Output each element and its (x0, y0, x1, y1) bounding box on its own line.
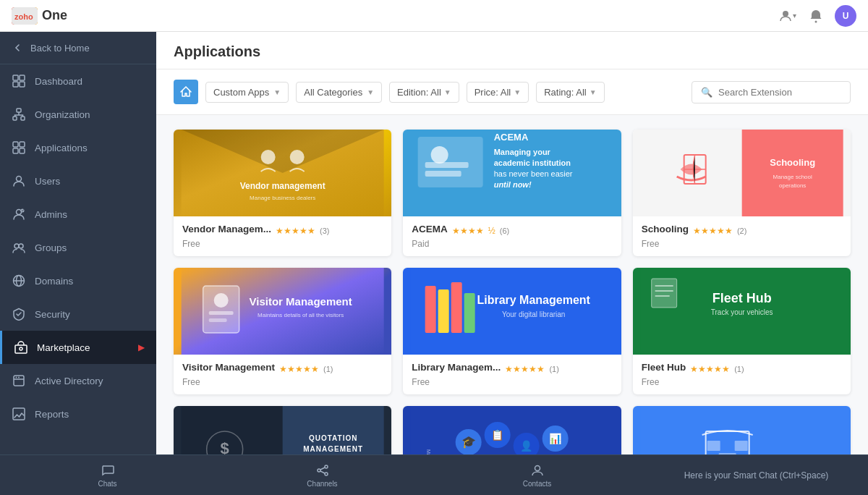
sidebar-item-groups[interactable]: Groups (0, 231, 156, 264)
svg-text:ACEMA: ACEMA (494, 132, 529, 143)
zoho-logo: zoho (12, 7, 38, 25)
card-vendor-price: Free (182, 239, 383, 249)
svg-text:👤: 👤 (520, 440, 533, 452)
search-extension-box[interactable]: 🔍 (692, 81, 851, 103)
card-schooling-info: Schooling ★★★★★ (2) Free (633, 216, 851, 256)
back-to-home-button[interactable]: Back to Home (0, 32, 156, 64)
card-quotation-management[interactable]: $ QUOTATION MANAGEMENT Process quote req… (174, 406, 391, 454)
bottom-chats-button[interactable]: Chats (0, 459, 215, 492)
card-library-meta: Library Managem... ★★★★★ (1) (412, 362, 612, 376)
sidebar-reports-label: Reports (35, 409, 145, 420)
sidebar-item-dashboard[interactable]: Dashboard (0, 64, 156, 98)
bottom-channels-button[interactable]: Channels (215, 459, 430, 492)
svg-point-3 (815, 20, 817, 22)
svg-point-31 (290, 150, 305, 164)
card-library-image: Library Management Your digital libraria… (403, 268, 621, 355)
card-acema-title: ACEMA (412, 224, 448, 234)
svg-rect-61 (464, 293, 475, 333)
app-title: One (42, 8, 67, 23)
svg-point-18 (14, 244, 19, 248)
card-fleet-stars: ★★★★★ (690, 364, 730, 374)
custom-apps-label: Custom Apps (213, 87, 269, 98)
card-higher-education[interactable]: Higher Education Management 🎓 📋 👤 📊 High… (403, 406, 621, 454)
svg-text:has never been easier: has never been easier (494, 169, 573, 178)
svg-rect-45 (741, 130, 843, 216)
card-fleet-hub[interactable]: Fleet Hub Track your vehicles Fleet Hub … (633, 268, 851, 394)
card-vendor-title: Vendor Managem... (182, 224, 271, 234)
card-schooling-meta: Schooling ★★★★★ (2) (642, 224, 842, 237)
sidebar-item-admins[interactable]: Admins (0, 198, 156, 231)
card-schooling[interactable]: Schooling Manage school operations Schoo… (633, 130, 851, 256)
sidebar: Back to Home Dashboard (0, 32, 156, 454)
sidebar-marketplace-label: Marketplace (37, 342, 129, 353)
sidebar-item-domains[interactable]: Domains (0, 264, 156, 297)
sidebar-security-label: Security (35, 309, 145, 320)
contacts-label: Contacts (523, 480, 551, 488)
svg-text:QUOTATION: QUOTATION (309, 434, 358, 442)
card-visitor-stars: ★★★★★ (279, 364, 319, 374)
svg-rect-8 (17, 109, 21, 112)
card-acema-info: ACEMA ★★★★½ (6) Paid (403, 216, 621, 256)
card-library-management[interactable]: Library Management Your digital libraria… (403, 268, 621, 394)
card-vendor-stars: ★★★★★ (276, 226, 315, 236)
rating-filter[interactable]: Rating: All ▼ (536, 82, 604, 103)
sidebar-item-organization[interactable]: Organization (0, 98, 156, 131)
logo-area: zoho One (12, 7, 67, 25)
card-fleet-count: (1) (734, 365, 744, 373)
card-acema-meta: ACEMA ★★★★½ (6) (412, 224, 612, 237)
svg-point-93 (318, 469, 320, 472)
all-categories-dropdown[interactable]: All Categories ▼ (296, 82, 382, 103)
card-fleet-price: Free (642, 377, 842, 387)
user-dropdown-button[interactable]: ▾ (777, 6, 797, 26)
sidebar-item-reports[interactable]: Reports (0, 397, 156, 431)
sidebar-item-security[interactable]: Security (0, 297, 156, 331)
svg-text:Schooling: Schooling (770, 157, 815, 168)
home-filter-button[interactable] (174, 80, 198, 104)
bottombar: Chats Channels Contacts Here is your Sma… (0, 454, 868, 495)
sidebar-item-users[interactable]: Users (0, 164, 156, 198)
organization-icon (12, 107, 26, 122)
svg-text:Library Management: Library Management (477, 294, 591, 306)
card-fleet-info: Fleet Hub ★★★★★ (1) Free (633, 355, 851, 394)
bottom-contacts-button[interactable]: Contacts (430, 459, 644, 492)
card-vendor-management[interactable]: Vendor management Manage business dealer… (174, 130, 391, 256)
sidebar-active-directory-label: Active Directory (35, 376, 145, 386)
topbar: zoho One ▾ U (0, 0, 868, 32)
sidebar-item-active-directory[interactable]: Active Directory (0, 364, 156, 397)
card-franchise-management[interactable]: FRANCHISE MANAGEMENT Streamline network … (633, 406, 851, 454)
search-icon: 🔍 (701, 87, 712, 98)
card-acema[interactable]: Managing your academic institution has n… (403, 130, 621, 256)
main-layout: Back to Home Dashboard (0, 32, 868, 454)
chats-label: Chats (98, 480, 116, 488)
sidebar-item-applications[interactable]: Applications (0, 131, 156, 164)
sidebar-groups-label: Groups (35, 242, 145, 253)
svg-rect-68 (182, 406, 283, 454)
custom-apps-dropdown[interactable]: Custom Apps ▼ (205, 82, 289, 103)
user-avatar[interactable]: U (835, 5, 856, 27)
dashboard-icon (12, 74, 26, 88)
card-vendor-count: (3) (320, 227, 329, 235)
sidebar-item-marketplace[interactable]: Marketplace ▶ (0, 331, 156, 364)
svg-point-36 (431, 146, 448, 164)
svg-rect-22 (15, 345, 27, 353)
svg-rect-14 (20, 148, 25, 153)
notification-bell[interactable] (806, 6, 826, 26)
card-schooling-count: (2) (737, 227, 746, 235)
edition-filter[interactable]: Edition: All ▼ (389, 82, 459, 103)
card-library-price: Free (412, 377, 612, 387)
svg-point-19 (19, 244, 23, 248)
svg-rect-75 (411, 406, 613, 454)
edition-arrow-icon: ▼ (444, 88, 451, 96)
svg-text:📊: 📊 (549, 433, 562, 445)
sidebar-applications-label: Applications (35, 143, 145, 153)
card-acema-image: Managing your academic institution has n… (403, 130, 621, 216)
domains-icon (12, 274, 26, 288)
svg-text:Track your vehicles: Track your vehicles (710, 308, 773, 316)
price-filter[interactable]: Price: All ▼ (467, 82, 529, 103)
card-visitor-management[interactable]: Visitor Management Maintains details of … (174, 268, 391, 394)
card-library-stars: ★★★★★ (505, 364, 545, 374)
card-franchise-image: FRANCHISE MANAGEMENT Streamline network … (633, 406, 851, 454)
svg-rect-90 (734, 441, 747, 451)
smart-chat-text: Here is your Smart Chat (Ctrl+Space) (684, 470, 829, 481)
search-extension-input[interactable] (718, 87, 841, 98)
